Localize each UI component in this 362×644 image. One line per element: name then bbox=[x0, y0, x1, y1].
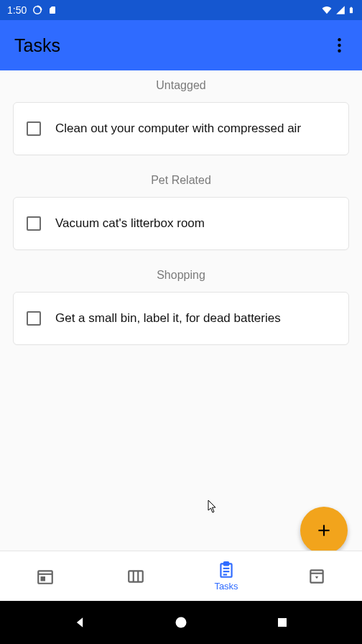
task-text: Vacuum cat's litterbox room bbox=[55, 216, 205, 231]
svg-point-1 bbox=[338, 38, 340, 41]
plus-icon bbox=[315, 521, 333, 540]
status-bar: 1:50 bbox=[0, 0, 362, 20]
task-checkbox[interactable] bbox=[27, 311, 41, 326]
task-checkbox[interactable] bbox=[27, 121, 41, 136]
nav-columns[interactable] bbox=[90, 551, 181, 601]
more-vert-icon bbox=[338, 38, 341, 52]
back-triangle-icon bbox=[73, 615, 87, 630]
task-row[interactable]: Clean out your computer with compressed … bbox=[13, 102, 349, 155]
svg-point-19 bbox=[175, 617, 186, 628]
svg-rect-8 bbox=[42, 577, 45, 580]
svg-point-2 bbox=[338, 44, 340, 47]
archive-icon bbox=[307, 567, 326, 586]
section-header: Untagged bbox=[0, 70, 362, 98]
task-text: Clean out your computer with compressed … bbox=[55, 121, 301, 136]
page-title: Tasks bbox=[14, 35, 60, 56]
calendar-day-icon bbox=[36, 567, 55, 586]
bottom-nav: Tasks bbox=[0, 551, 362, 601]
section-header: Pet Related bbox=[0, 165, 362, 193]
system-home-button[interactable] bbox=[173, 615, 189, 630]
overflow-menu-button[interactable] bbox=[330, 37, 348, 54]
nav-agenda[interactable] bbox=[0, 551, 90, 601]
system-nav bbox=[0, 601, 362, 644]
recent-square-icon bbox=[276, 616, 289, 629]
svg-rect-20 bbox=[278, 618, 287, 627]
nav-archive[interactable] bbox=[272, 551, 362, 601]
home-circle-icon bbox=[174, 615, 188, 630]
data-saver-icon bbox=[32, 5, 42, 15]
app-bar: Tasks bbox=[0, 20, 362, 70]
signal-icon bbox=[335, 5, 346, 15]
task-checkbox[interactable] bbox=[27, 216, 41, 231]
system-back-button[interactable] bbox=[72, 615, 88, 630]
task-text: Get a small bin, label it, for dead batt… bbox=[55, 311, 281, 326]
task-row[interactable]: Get a small bin, label it, for dead batt… bbox=[13, 292, 349, 345]
add-task-fab[interactable] bbox=[300, 507, 348, 551]
status-time: 1:50 bbox=[7, 4, 27, 16]
svg-rect-13 bbox=[224, 562, 229, 565]
wifi-icon bbox=[320, 5, 333, 15]
task-row[interactable]: Vacuum cat's litterbox room bbox=[13, 197, 349, 250]
task-list-content[interactable]: Untagged Clean out your computer with co… bbox=[0, 70, 362, 551]
nav-label: Tasks bbox=[214, 581, 238, 592]
battery-icon bbox=[348, 4, 355, 16]
svg-rect-9 bbox=[129, 571, 143, 581]
columns-icon bbox=[126, 567, 145, 586]
svg-point-3 bbox=[338, 50, 340, 52]
clipboard-list-icon bbox=[217, 561, 236, 579]
system-recent-button[interactable] bbox=[274, 615, 290, 630]
nav-tasks[interactable]: Tasks bbox=[181, 551, 272, 601]
section-header: Shopping bbox=[0, 260, 362, 288]
sd-card-icon bbox=[48, 5, 57, 15]
